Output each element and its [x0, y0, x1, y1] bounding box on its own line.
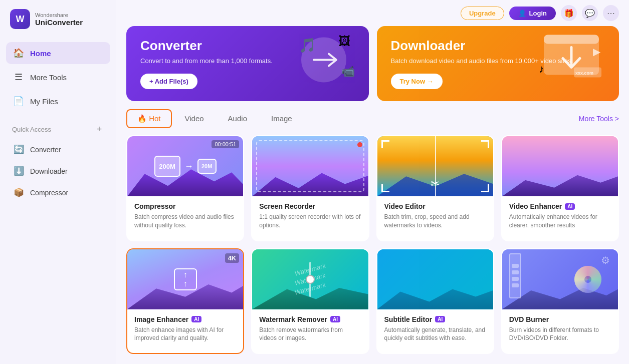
- nav-item-home[interactable]: 🏠 Home: [6, 42, 110, 64]
- svg-text:xxx.com: xxx.com: [575, 71, 593, 76]
- watermark-remover-card-image: Watermark Watermark Watermark: [252, 249, 368, 309]
- compressor-timestamp: 00:00:51: [212, 140, 239, 148]
- tool-card-compressor[interactable]: 00:00:51 200M → 20M Compressor Batch com…: [126, 135, 244, 241]
- tool-card-watermark-remover[interactable]: Watermark Watermark Watermark Watermark …: [251, 248, 369, 354]
- svg-text:♪: ♪: [539, 63, 544, 75]
- converter-graphic: 🎵 🖼 📹: [289, 30, 359, 98]
- qa-item-downloader[interactable]: ⬇️ Downloader: [6, 161, 110, 181]
- crop-handle-tl: [381, 140, 389, 148]
- downloader-graphic: ♪ xxx.com ▶: [534, 33, 609, 95]
- tool-card-screen-recorder[interactable]: Screen Recorder 1:1 quality screen recor…: [251, 135, 369, 241]
- main-content: Upgrade 👤 Login 🎁 💬 ⋯ Converter Convert …: [116, 0, 629, 364]
- banner-downloader[interactable]: Downloader Batch download video and audi…: [377, 26, 619, 101]
- video-enhancer-card-title: Video Enhancer AI: [509, 202, 611, 210]
- topbar: Upgrade 👤 Login 🎁 💬 ⋯: [116, 0, 629, 26]
- dvd-burner-card-desc: Burn videos in different formats to DVD/…: [509, 326, 611, 343]
- screen-recorder-card-image: [252, 136, 368, 196]
- compressor-icon: 📦: [13, 187, 24, 198]
- qa-label-converter: Converter: [30, 146, 61, 154]
- nav-item-more-tools[interactable]: ☰ More Tools: [6, 66, 110, 88]
- chat-icon[interactable]: 💬: [582, 5, 598, 21]
- video-editor-card-title: Video Editor: [384, 202, 486, 210]
- more-tools-icon: ☰: [13, 72, 24, 83]
- image-enhancer-card-body: Image Enhancer AI Batch enhance images w…: [127, 309, 243, 350]
- nav-label-my-files: My Files: [30, 97, 58, 106]
- nav-label-more-tools: More Tools: [30, 73, 67, 82]
- watermark-remover-card-body: Watermark Remover AI Batch remove waterm…: [252, 309, 368, 350]
- tool-card-subtitle-editor[interactable]: TextTextText ✏ Subtitle Editor AI Automa…: [376, 248, 494, 354]
- screen-recorder-card-desc: 1:1 quality screen recorder with lots of…: [259, 213, 361, 230]
- quick-access-label: Quick Access: [12, 126, 51, 133]
- screen-recorder-card-title: Screen Recorder: [259, 202, 361, 210]
- quick-access-header: Quick Access +: [0, 118, 116, 137]
- image-enhancer-card-desc: Batch enhance images with AI for improve…: [134, 326, 236, 343]
- recorder-overlay: [256, 140, 364, 192]
- more-tools-link[interactable]: More Tools >: [579, 115, 619, 123]
- compressor-card-title: Compressor: [134, 202, 236, 210]
- compressor-card-desc: Batch compress video and audio files wit…: [134, 213, 236, 230]
- video-editor-card-body: Video Editor Batch trim, crop, speed and…: [377, 196, 493, 237]
- video-enhancer-card-image: ▶: [502, 136, 618, 196]
- video-enhancer-ai-badge: AI: [565, 203, 575, 210]
- qa-item-compressor[interactable]: 📦 Compressor: [6, 182, 110, 203]
- compressor-card-image: 00:00:51 200M → 20M: [127, 136, 243, 196]
- quick-access-items: 🔄 Converter ⬇️ Downloader 📦 Compressor: [0, 137, 116, 206]
- gift-icon[interactable]: 🎁: [561, 5, 577, 21]
- login-icon: 👤: [518, 10, 526, 17]
- enhance-up-arrow: ↑ ↑: [174, 268, 197, 290]
- nav-items: 🏠 Home ☰ More Tools 📄 My Files: [0, 38, 116, 118]
- watermark-remover-card-title: Watermark Remover AI: [259, 315, 361, 323]
- subtitle-editor-card-image: TextTextText ✏: [377, 249, 493, 309]
- menu-dots-icon[interactable]: ⋯: [603, 5, 619, 21]
- banner-converter[interactable]: Converter Convert to and from more than …: [126, 26, 369, 101]
- login-button[interactable]: 👤 Login: [509, 7, 556, 20]
- logo-brand: Wondershare: [35, 12, 83, 18]
- qa-label-compressor: Compressor: [30, 189, 68, 197]
- tool-card-image-enhancer[interactable]: 4K ↑ ↑ Image Enhancer AI: [126, 248, 244, 354]
- qa-item-converter[interactable]: 🔄 Converter: [6, 139, 110, 160]
- add-files-button[interactable]: + Add File(s): [140, 74, 197, 89]
- nav-label-home: Home: [30, 49, 51, 58]
- compress-to: 20M: [197, 159, 217, 174]
- tab-audio[interactable]: Audio: [217, 109, 258, 128]
- tools-grid: 00:00:51 200M → 20M Compressor Batch com…: [116, 135, 629, 364]
- film-strip: [509, 253, 521, 298]
- hero-banners: Converter Convert to and from more than …: [116, 26, 629, 109]
- crop-handle-bl: [381, 184, 389, 192]
- video-editor-card-image: ✂: [377, 136, 493, 196]
- compressor-card-body: Compressor Batch compress video and audi…: [127, 196, 243, 237]
- qa-label-downloader: Downloader: [30, 167, 68, 175]
- tool-card-video-enhancer[interactable]: ▶ Video Enhancer AI Automatically enhanc…: [501, 135, 619, 241]
- sidebar: W Wondershare UniConverter 🏠 Home ☰ More…: [0, 0, 116, 364]
- rec-dot-icon: [357, 142, 362, 147]
- image-enhancer-card-image: 4K ↑ ↑: [127, 249, 243, 309]
- home-icon: 🏠: [13, 48, 24, 59]
- crop-handle-tr: [481, 140, 489, 148]
- svg-text:🖼: 🖼: [339, 34, 351, 48]
- tool-card-video-editor[interactable]: ✂ Video Editor Batch trim, crop, speed a…: [376, 135, 494, 241]
- tool-card-dvd-burner[interactable]: ⚙ DVD Burner Burn videos in different fo…: [501, 248, 619, 354]
- tabs: 🔥 Hot Video Audio Image: [126, 109, 303, 128]
- try-now-button[interactable]: Try Now →: [391, 74, 443, 89]
- tabs-section: 🔥 Hot Video Audio Image More Tools >: [116, 109, 629, 128]
- tab-hot[interactable]: 🔥 Hot: [126, 109, 172, 128]
- svg-text:🎵: 🎵: [299, 37, 316, 54]
- upgrade-button[interactable]: Upgrade: [461, 7, 504, 20]
- video-enhancer-card-body: Video Enhancer AI Automatically enhance …: [502, 196, 618, 237]
- svg-text:▶: ▶: [593, 46, 601, 57]
- svg-text:📹: 📹: [341, 65, 355, 78]
- dvd-burner-card-image: ⚙: [502, 249, 618, 309]
- video-editor-card-desc: Batch trim, crop, speed and add watermar…: [384, 213, 486, 230]
- dvd-disc: [573, 264, 603, 294]
- cursor-knob: [306, 275, 315, 284]
- my-files-icon: 📄: [13, 96, 24, 107]
- dvd-burner-card-body: DVD Burner Burn videos in different form…: [502, 309, 618, 350]
- quick-access-add-button[interactable]: +: [94, 124, 104, 134]
- nav-item-my-files[interactable]: 📄 My Files: [6, 90, 110, 112]
- image-enhancer-card-title: Image Enhancer AI: [134, 315, 236, 323]
- crop-handle-br: [481, 184, 489, 192]
- tab-video[interactable]: Video: [174, 109, 215, 128]
- svg-rect-5: [544, 35, 599, 44]
- tab-image[interactable]: Image: [260, 109, 303, 128]
- image-enhancer-ai-badge: AI: [191, 316, 201, 322]
